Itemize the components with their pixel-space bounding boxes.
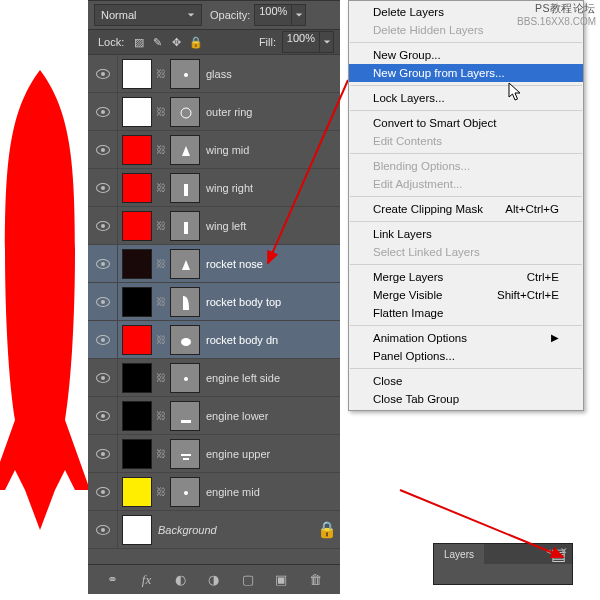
layer-row[interactable]: ⛓rocket body top [88, 283, 340, 321]
menu-item-label: Flatten Image [373, 307, 443, 319]
layer-row[interactable]: ⛓engine upper [88, 435, 340, 473]
visibility-toggle[interactable] [88, 169, 118, 206]
mask-link-icon[interactable]: ⛓ [155, 296, 167, 307]
mask-thumbnail[interactable] [170, 173, 200, 203]
mask-thumbnail[interactable] [170, 325, 200, 355]
mask-link-icon[interactable]: ⛓ [155, 144, 167, 155]
layer-row-background[interactable]: Background🔒 [88, 511, 340, 549]
menu-item[interactable]: Convert to Smart Object [349, 114, 583, 132]
layer-thumbnail[interactable] [122, 287, 152, 317]
lock-row: Lock: ▨ ✎ ✥ 🔒 Fill: 100% [88, 29, 340, 55]
link-layers-icon[interactable]: ⚭ [103, 570, 123, 590]
menu-item[interactable]: Close [349, 372, 583, 390]
mask-link-icon[interactable]: ⛓ [155, 486, 167, 497]
layer-name-label[interactable]: Background [152, 524, 320, 536]
lock-pixels-icon[interactable]: ✎ [149, 34, 166, 51]
visibility-toggle[interactable] [88, 397, 118, 434]
visibility-toggle[interactable] [88, 245, 118, 282]
layer-style-icon[interactable]: fx [137, 570, 157, 590]
mask-thumbnail[interactable] [170, 477, 200, 507]
menu-item[interactable]: Flatten Image [349, 304, 583, 322]
menu-item-label: Panel Options... [373, 350, 455, 362]
layer-row[interactable]: ⛓rocket body dn [88, 321, 340, 359]
layer-thumbnail[interactable] [122, 325, 152, 355]
menu-item[interactable]: Merge LayersCtrl+E [349, 268, 583, 286]
menu-item[interactable]: New Group from Layers... [349, 64, 583, 82]
mask-link-icon[interactable]: ⛓ [155, 372, 167, 383]
layer-row[interactable]: ⛓engine left side [88, 359, 340, 397]
mask-thumbnail[interactable] [170, 59, 200, 89]
lock-transparency-icon[interactable]: ▨ [130, 34, 147, 51]
layer-thumbnail[interactable] [122, 515, 152, 545]
visibility-toggle[interactable] [88, 473, 118, 510]
layer-thumbnail[interactable] [122, 135, 152, 165]
mask-thumbnail[interactable] [170, 249, 200, 279]
layer-row[interactable]: ⛓engine lower [88, 397, 340, 435]
mask-link-icon[interactable]: ⛓ [155, 410, 167, 421]
layer-thumbnail[interactable] [122, 477, 152, 507]
visibility-toggle[interactable] [88, 359, 118, 396]
mask-link-icon[interactable]: ⛓ [155, 106, 167, 117]
layer-thumbnail[interactable] [122, 363, 152, 393]
mask-thumbnail[interactable] [170, 135, 200, 165]
menu-item[interactable]: New Group... [349, 46, 583, 64]
visibility-toggle[interactable] [88, 131, 118, 168]
layer-name-label[interactable]: engine lower [200, 410, 340, 422]
mask-link-icon[interactable]: ⛓ [155, 258, 167, 269]
opacity-input[interactable]: 100% [254, 4, 292, 26]
menu-item-label: Close Tab Group [373, 393, 459, 405]
menu-item[interactable]: Lock Layers... [349, 89, 583, 107]
layer-mask-icon[interactable]: ◐ [170, 570, 190, 590]
menu-item[interactable]: Create Clipping MaskAlt+Ctrl+G [349, 200, 583, 218]
submenu-arrow-icon: ▶ [551, 332, 559, 344]
lock-position-icon[interactable]: ✥ [168, 34, 185, 51]
layer-thumbnail[interactable] [122, 439, 152, 469]
layer-name-label[interactable]: rocket body top [200, 296, 340, 308]
visibility-toggle[interactable] [88, 93, 118, 130]
mask-link-icon[interactable]: ⛓ [155, 182, 167, 193]
fill-input[interactable]: 100% [282, 31, 320, 53]
menu-item[interactable]: Close Tab Group [349, 390, 583, 408]
menu-item[interactable]: Link Layers [349, 225, 583, 243]
layer-thumbnail[interactable] [122, 211, 152, 241]
fill-dropdown[interactable] [320, 31, 334, 53]
layer-name-label[interactable]: engine mid [200, 486, 340, 498]
mask-link-icon[interactable]: ⛓ [155, 448, 167, 459]
mask-link-icon[interactable]: ⛓ [155, 68, 167, 79]
layer-thumbnail[interactable] [122, 249, 152, 279]
adjustment-layer-icon[interactable]: ◑ [204, 570, 224, 590]
layer-row[interactable]: ⛓engine mid [88, 473, 340, 511]
visibility-toggle[interactable] [88, 283, 118, 320]
layer-thumbnail[interactable] [122, 173, 152, 203]
mask-thumbnail[interactable] [170, 287, 200, 317]
new-group-icon[interactable]: ▢ [238, 570, 258, 590]
mask-link-icon[interactable]: ⛓ [155, 334, 167, 345]
layer-thumbnail[interactable] [122, 401, 152, 431]
menu-item[interactable]: Animation Options▶ [349, 329, 583, 347]
menu-separator [350, 368, 582, 369]
mask-thumbnail[interactable] [170, 401, 200, 431]
visibility-toggle[interactable] [88, 321, 118, 358]
visibility-toggle[interactable] [88, 55, 118, 92]
opacity-dropdown[interactable] [292, 4, 306, 26]
svg-line-11 [400, 490, 563, 557]
mask-thumbnail[interactable] [170, 363, 200, 393]
visibility-toggle[interactable] [88, 435, 118, 472]
menu-item[interactable]: Panel Options... [349, 347, 583, 365]
layer-thumbnail[interactable] [122, 59, 152, 89]
mask-thumbnail[interactable] [170, 211, 200, 241]
layer-name-label[interactable]: engine left side [200, 372, 340, 384]
blend-mode-select[interactable]: Normal [94, 4, 202, 26]
lock-all-icon[interactable]: 🔒 [187, 34, 204, 51]
delete-layer-icon[interactable]: 🗑 [305, 570, 325, 590]
mask-link-icon[interactable]: ⛓ [155, 220, 167, 231]
visibility-toggle[interactable] [88, 511, 118, 548]
mask-thumbnail[interactable] [170, 439, 200, 469]
menu-item[interactable]: Merge VisibleShift+Ctrl+E [349, 286, 583, 304]
layer-name-label[interactable]: rocket body dn [200, 334, 340, 346]
layer-name-label[interactable]: engine upper [200, 448, 340, 460]
visibility-toggle[interactable] [88, 207, 118, 244]
layer-thumbnail[interactable] [122, 97, 152, 127]
mask-thumbnail[interactable] [170, 97, 200, 127]
new-layer-icon[interactable]: ▣ [271, 570, 291, 590]
